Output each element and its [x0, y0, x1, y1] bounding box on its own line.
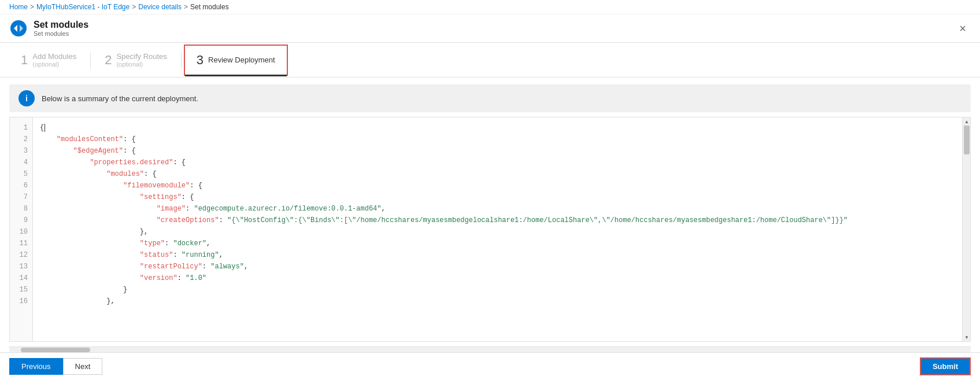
- step-1-sublabel: (optional): [32, 61, 76, 68]
- code-line-8: "image": "edgecompute.azurecr.io/filemov…: [40, 203, 955, 215]
- line-num-13: 13: [10, 261, 32, 272]
- code-line-13: "restartPolicy": "always",: [40, 261, 955, 272]
- line-num-12: 12: [10, 249, 32, 261]
- step-3-num: 3: [197, 53, 204, 68]
- breadcrumb-sep3: >: [184, 3, 188, 11]
- code-editor[interactable]: 1 2 3 4 5 6 7 8 9 10 11 12 13 14 15 16 {…: [9, 117, 971, 342]
- code-line-6: "filemovemodule": {: [40, 180, 955, 191]
- code-line-15: }: [40, 284, 955, 296]
- breadcrumb-hub[interactable]: MyIoTHubService1 - IoT Edge: [36, 3, 130, 11]
- breadcrumb-current: Set modules: [190, 3, 229, 11]
- bottom-bar: Previous Next Submit: [0, 352, 980, 380]
- line-num-2: 2: [10, 134, 32, 145]
- code-line-3: "$edgeAgent": {: [40, 145, 955, 157]
- horizontal-scrollbar[interactable]: [9, 346, 971, 352]
- steps-bar: 1 Add Modules (optional) 2 Specify Route…: [0, 43, 980, 78]
- nav-buttons: Previous Next: [9, 358, 102, 375]
- code-line-16: },: [40, 296, 955, 307]
- step-3[interactable]: 3 Review Deployment: [184, 45, 288, 76]
- line-num-9: 9: [10, 215, 32, 226]
- svg-point-0: [10, 20, 27, 36]
- vertical-scrollbar[interactable]: ▲ ▼: [962, 117, 970, 341]
- scrollbar-thumb[interactable]: [964, 126, 970, 154]
- step-2-label: Specify Routes: [116, 52, 167, 61]
- info-banner: i Below is a summary of the current depl…: [9, 84, 971, 112]
- line-num-14: 14: [10, 272, 32, 284]
- line-num-1: 1: [10, 122, 32, 134]
- line-num-15: 15: [10, 284, 32, 296]
- line-num-11: 11: [10, 238, 32, 249]
- line-num-10: 10: [10, 226, 32, 238]
- submit-button[interactable]: Submit: [920, 357, 971, 375]
- step-3-label: Review Deployment: [208, 56, 275, 64]
- step-1-label: Add Modules: [32, 52, 76, 61]
- step-1[interactable]: 1 Add Modules (optional): [9, 43, 88, 77]
- code-line-1: {: [40, 122, 955, 134]
- step-2-num: 2: [105, 53, 112, 68]
- code-line-11: "type": "docker",: [40, 238, 955, 249]
- breadcrumb-home[interactable]: Home: [9, 3, 28, 11]
- code-line-4: "properties.desired": {: [40, 157, 955, 168]
- line-num-7: 7: [10, 191, 32, 203]
- close-button[interactable]: ×: [955, 20, 971, 38]
- line-num-5: 5: [10, 168, 32, 180]
- scrollbar-up-arrow[interactable]: ▲: [963, 117, 971, 126]
- breadcrumb-sep2: >: [132, 3, 136, 11]
- step-2[interactable]: 2 Specify Routes (optional): [93, 43, 179, 77]
- breadcrumb-sep1: >: [30, 3, 34, 11]
- code-line-9: "createOptions": "{\"HostConfig\":{\"Bin…: [40, 215, 955, 226]
- code-line-7: "settings": {: [40, 191, 955, 203]
- code-line-10: },: [40, 226, 955, 238]
- code-line-12: "status": "running",: [40, 249, 955, 261]
- previous-button[interactable]: Previous: [9, 358, 63, 375]
- line-num-6: 6: [10, 180, 32, 191]
- code-content[interactable]: { "modulesContent": { "$edgeAgent": { "p…: [33, 117, 962, 341]
- step-2-sublabel: (optional): [116, 61, 167, 68]
- scrollbar-down-arrow[interactable]: ▼: [963, 333, 971, 341]
- line-num-4: 4: [10, 157, 32, 168]
- step-divider-2: [181, 51, 182, 69]
- code-line-2: "modulesContent": {: [40, 134, 955, 145]
- line-num-3: 3: [10, 145, 32, 157]
- h-scrollbar-thumb[interactable]: [21, 348, 90, 352]
- page-subtitle: Set modules: [34, 30, 88, 37]
- line-numbers: 1 2 3 4 5 6 7 8 9 10 11 12 13 14 15 16: [10, 117, 33, 341]
- next-button[interactable]: Next: [63, 358, 103, 375]
- breadcrumb-device[interactable]: Device details: [138, 3, 182, 11]
- info-icon: i: [19, 90, 35, 106]
- page-title: Set modules: [34, 20, 88, 30]
- step-divider-1: [90, 51, 91, 69]
- info-text: Below is a summary of the current deploy…: [42, 94, 198, 103]
- step-1-num: 1: [21, 53, 28, 68]
- code-line-14: "version": "1.0": [40, 272, 955, 284]
- code-line-5: "modules": {: [40, 168, 955, 180]
- breadcrumb: Home > MyIoTHubService1 - IoT Edge > Dev…: [0, 0, 980, 14]
- line-num-8: 8: [10, 203, 32, 215]
- header: Set modules Set modules ×: [0, 14, 980, 43]
- line-num-16: 16: [10, 296, 32, 307]
- iot-edge-icon: [9, 19, 28, 38]
